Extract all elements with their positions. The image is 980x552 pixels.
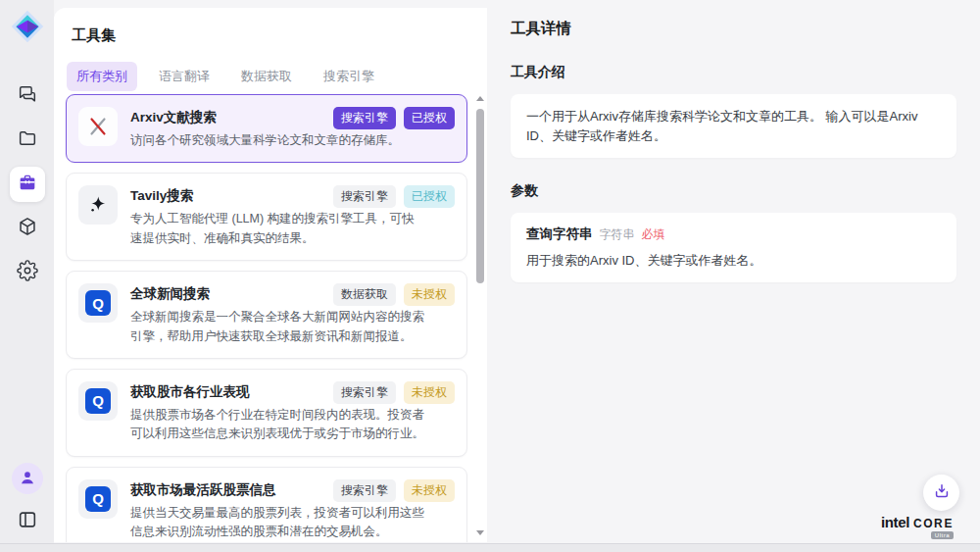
tool-description: 专为人工智能代理 (LLM) 构建的搜索引擎工具，可快速提供实时、准确和真实的结… xyxy=(130,210,426,248)
tool-list: Arxiv文献搜索 访问各个研究领域大量科学论文和文章的存储库。 搜索引擎 已授… xyxy=(66,94,467,542)
tool-description: 全球新闻搜索是一个聚合全球各大新闻网站内容的搜索引擎，帮助用户快速获取全球最新资… xyxy=(130,308,426,346)
category-tag: 数据获取 xyxy=(333,283,396,306)
tool-card-sector-performance[interactable]: Q 获取股市各行业表现 提供股票市场各个行业在特定时间段内的表现。投资者可以利用… xyxy=(66,369,467,457)
tool-intro-text: 一个用于从Arxiv存储库搜索科学论文和文章的工具。 输入可以是Arxiv ID… xyxy=(526,107,941,145)
q-logo-icon: Q xyxy=(78,283,118,323)
intel-core-logo: intel CORE Ultra xyxy=(881,514,954,539)
intel-wordmark: intel xyxy=(881,514,909,530)
detail-title: 工具详情 xyxy=(511,19,956,39)
panel-toggle-button[interactable] xyxy=(10,503,45,538)
tab-language-translation[interactable]: 语言翻译 xyxy=(149,62,220,91)
gear-icon xyxy=(17,260,38,284)
tools-panel: 工具集 所有类别 语言翻译 数据获取 搜索引擎 Arxiv文献搜索 访问各个研究… xyxy=(54,8,487,542)
tool-card-arxiv[interactable]: Arxiv文献搜索 访问各个研究领域大量科学论文和文章的存储库。 搜索引擎 已授… xyxy=(66,94,467,163)
app-window: 工具集 所有类别 语言翻译 数据获取 搜索引擎 Arxiv文献搜索 访问各个研究… xyxy=(0,0,980,552)
param-description: 用于搜索的Arxiv ID、关键字或作者姓名。 xyxy=(526,252,941,270)
scroll-up-icon[interactable] xyxy=(476,96,484,101)
tab-all-categories[interactable]: 所有类别 xyxy=(67,62,137,91)
category-tabs: 所有类别 语言翻译 数据获取 搜索引擎 xyxy=(67,62,487,91)
auth-badge: 未授权 xyxy=(404,381,455,404)
arxiv-x-icon xyxy=(78,107,118,146)
auth-badge: 未授权 xyxy=(404,283,455,306)
panel-toggle-icon xyxy=(17,509,38,533)
tool-card-global-news[interactable]: Q 全球新闻搜索 全球新闻搜索是一个聚合全球各大新闻网站内容的搜索引擎，帮助用户… xyxy=(66,271,467,359)
param-name: 查询字符串 xyxy=(526,226,593,243)
tool-card-tavily[interactable]: Tavily搜索 专为人工智能代理 (LLM) 构建的搜索引擎工具，可快速提供实… xyxy=(66,173,467,261)
user-avatar[interactable] xyxy=(12,463,43,494)
download-button[interactable] xyxy=(923,475,959,511)
intro-heading: 工具介绍 xyxy=(511,64,956,81)
sidebar-item-chat[interactable] xyxy=(10,78,45,114)
window-bottom-edge xyxy=(0,543,980,552)
tab-data-acquisition[interactable]: 数据获取 xyxy=(231,62,302,91)
auth-badge: 未授权 xyxy=(404,479,455,502)
scroll-down-icon[interactable] xyxy=(476,530,484,535)
param-required-badge: 必填 xyxy=(642,226,665,243)
params-heading: 参数 xyxy=(511,182,956,200)
cube-icon xyxy=(17,216,38,240)
sidebar-item-settings[interactable] xyxy=(10,255,45,290)
intro-card: 一个用于从Arxiv存储库搜索科学论文和文章的工具。 输入可以是Arxiv ID… xyxy=(511,94,956,158)
category-tag: 搜索引擎 xyxy=(333,107,396,129)
category-tag: 搜索引擎 xyxy=(333,381,396,404)
tool-description: 提供股票市场各个行业在特定时间段内的表现。投资者可以利用这些信息来识别表现优于或… xyxy=(130,406,426,444)
core-wordmark: CORE xyxy=(913,517,954,530)
tool-card-active-stocks[interactable]: Q 获取市场最活跃股票信息 提供当天交易量最高的股票列表，投资者可以利用这些信息… xyxy=(66,467,467,542)
category-tag: 搜索引擎 xyxy=(333,479,396,502)
q-logo-icon: Q xyxy=(78,381,118,421)
param-type: 字符串 xyxy=(600,226,635,243)
ultra-badge: Ultra xyxy=(931,531,954,539)
sidebar-item-packages[interactable] xyxy=(10,211,45,246)
toolbox-icon xyxy=(17,172,38,196)
list-scrollbar[interactable] xyxy=(475,94,485,537)
tool-description: 访问各个研究领域大量科学论文和文章的存储库。 xyxy=(130,131,400,150)
sparkle-icon xyxy=(78,185,118,225)
param-card: 查询字符串 字符串 必填 用于搜索的Arxiv ID、关键字或作者姓名。 xyxy=(511,213,956,282)
tool-description: 提供当天交易量最高的股票列表，投资者可以利用这些信息来识别流动性强的股票和潜在的… xyxy=(130,504,426,542)
chat-icon xyxy=(17,83,38,108)
page-title: 工具集 xyxy=(54,8,487,45)
scrollbar-thumb[interactable] xyxy=(476,109,484,283)
sidebar xyxy=(0,0,54,552)
app-logo[interactable] xyxy=(10,9,45,44)
detail-panel: 工具详情 工具介绍 一个用于从Arxiv存储库搜索科学论文和文章的工具。 输入可… xyxy=(487,0,980,552)
sidebar-item-files[interactable] xyxy=(10,123,45,158)
auth-badge: 已授权 xyxy=(404,107,455,129)
q-logo-icon: Q xyxy=(78,479,118,519)
folder-icon xyxy=(17,127,38,152)
download-icon xyxy=(932,481,952,504)
auth-badge: 已授权 xyxy=(404,185,455,208)
tab-search-engine[interactable]: 搜索引擎 xyxy=(314,62,384,91)
diamond-logo-icon xyxy=(10,30,45,47)
user-icon xyxy=(18,468,37,490)
category-tag: 搜索引擎 xyxy=(333,185,396,208)
sidebar-item-tools[interactable] xyxy=(10,167,45,202)
